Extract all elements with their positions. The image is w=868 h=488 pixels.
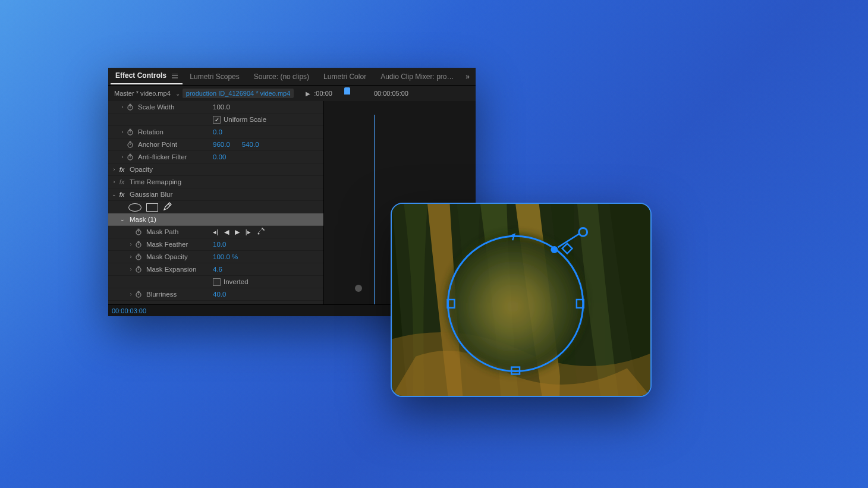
expand-toggle[interactable]: ›: [127, 291, 134, 297]
uniform-scale-checkbox[interactable]: ✓: [213, 116, 221, 124]
horizontal-scrollbar-thumb[interactable]: [355, 285, 362, 292]
expand-toggle[interactable]: ›: [127, 241, 134, 247]
track-backward-icon[interactable]: ◀: [224, 228, 229, 236]
tab-label: Effect Controls: [115, 71, 166, 80]
prop-label: Mask Path: [146, 228, 178, 235]
prop-value[interactable]: 0.0: [213, 128, 222, 136]
prop-label: Mask (1): [130, 216, 156, 223]
master-clip-label: Master * video.mp4: [112, 89, 173, 98]
timecode-marker: :00:00: [314, 90, 332, 97]
sequence-clip-label[interactable]: production ID_4126904 * video.mp4: [183, 89, 294, 98]
playhead-line[interactable]: [374, 115, 375, 304]
panel-tabs: Effect Controls Lumetri Scopes Source: (…: [108, 68, 476, 86]
mask-vertex: [551, 246, 558, 253]
fx-badge-icon[interactable]: fx: [118, 166, 126, 173]
timecode-marker: 00:00:05:00: [374, 90, 408, 97]
prop-value[interactable]: 100.0 %: [213, 253, 238, 260]
stopwatch-icon[interactable]: [126, 128, 134, 136]
prop-label: Rotation: [138, 128, 163, 136]
track-next-frame-icon[interactable]: |▸: [246, 228, 251, 236]
stopwatch-icon[interactable]: [134, 240, 143, 248]
panel-menu-icon[interactable]: [172, 72, 178, 80]
expand-toggle[interactable]: ›: [111, 166, 118, 172]
anchor-y-value[interactable]: 540.0: [242, 141, 259, 148]
stopwatch-icon[interactable]: [126, 103, 134, 111]
ellipse-mask-icon[interactable]: [128, 203, 141, 212]
prop-label: Mask Expansion: [146, 266, 196, 273]
current-timecode[interactable]: 00:00:03:00: [108, 307, 146, 314]
tab-source[interactable]: Source: (no clips): [247, 69, 316, 84]
expand-toggle[interactable]: ›: [127, 266, 134, 272]
prop-label: Anti-flicker Filter: [138, 153, 187, 160]
prop-label: Mask Opacity: [146, 253, 188, 260]
pen-mask-icon[interactable]: [163, 202, 172, 213]
timeline-ruler[interactable]: ▶ :00:00 00:00:05:00: [294, 90, 472, 97]
expand-toggle[interactable]: ›: [127, 254, 134, 260]
expand-toggle[interactable]: ⌄: [111, 191, 118, 197]
prop-value[interactable]: 100.0: [213, 103, 230, 111]
tab-lumetri-scopes[interactable]: Lumetri Scopes: [183, 69, 246, 84]
track-settings-icon[interactable]: [257, 227, 265, 237]
play-caret-icon[interactable]: ▶: [306, 90, 310, 97]
playhead-handle[interactable]: [344, 87, 350, 95]
stopwatch-icon[interactable]: [134, 253, 143, 261]
expand-toggle[interactable]: ›: [119, 129, 126, 135]
prop-label: Mask Feather: [146, 241, 188, 248]
program-monitor-preview[interactable]: [391, 203, 652, 397]
prop-label: Inverted: [224, 278, 249, 285]
expand-toggle[interactable]: ›: [119, 154, 126, 160]
track-forward-icon[interactable]: ▶: [235, 228, 240, 236]
rectangle-mask-icon[interactable]: [146, 203, 158, 212]
tab-effect-controls[interactable]: Effect Controls: [111, 68, 183, 84]
inverted-checkbox[interactable]: ✓: [213, 278, 221, 286]
prop-label: Opacity: [130, 166, 153, 173]
stopwatch-icon[interactable]: [134, 228, 143, 236]
expand-toggle[interactable]: ⌄: [119, 216, 126, 222]
stopwatch-icon[interactable]: [134, 290, 143, 298]
prop-label: Uniform Scale: [224, 116, 266, 123]
expand-toggle[interactable]: ›: [111, 179, 118, 185]
clip-breadcrumb: Master * video.mp4 ⌄ production ID_41269…: [108, 86, 476, 101]
track-prev-frame-icon[interactable]: ◂|: [213, 228, 218, 236]
prop-label: Gaussian Blur: [130, 191, 172, 198]
prop-label: Time Remapping: [130, 178, 181, 185]
prop-label: Anchor Point: [138, 141, 177, 148]
fx-badge-icon[interactable]: fx: [118, 178, 126, 185]
forest-preview-image: [392, 204, 650, 396]
prop-value[interactable]: 40.0: [213, 291, 226, 298]
prop-label: Scale Width: [138, 103, 174, 111]
stopwatch-icon[interactable]: [126, 140, 134, 149]
prop-value[interactable]: 4.6: [213, 266, 222, 273]
stopwatch-icon[interactable]: [126, 153, 134, 161]
tab-lumetri-color[interactable]: Lumetri Color: [316, 69, 373, 84]
anchor-x-value[interactable]: 960.0: [213, 141, 230, 148]
svg-point-5: [257, 233, 259, 235]
prop-label: Blurriness: [146, 291, 177, 298]
prop-value[interactable]: 10.0: [213, 241, 226, 248]
tabs-overflow-icon[interactable]: »: [462, 73, 473, 81]
svg-point-11: [446, 234, 585, 373]
fx-badge-icon[interactable]: fx: [118, 191, 126, 198]
prop-value[interactable]: 0.00: [213, 153, 226, 160]
stopwatch-icon[interactable]: [134, 265, 143, 273]
tab-audio-clip-mixer[interactable]: Audio Clip Mixer: produc: [373, 69, 462, 84]
chevron-down-icon[interactable]: ⌄: [173, 90, 183, 97]
expand-toggle[interactable]: ›: [119, 104, 126, 110]
